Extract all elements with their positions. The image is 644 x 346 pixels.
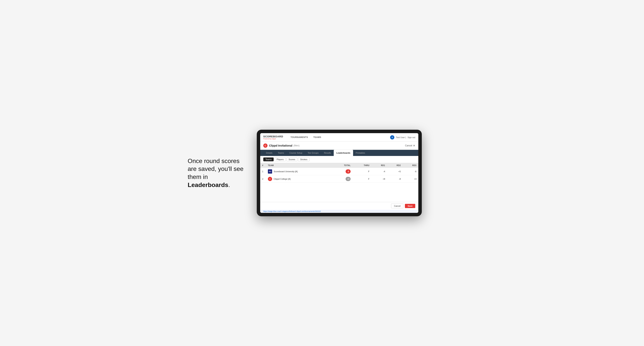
footer-cancel-button[interactable]: Cancel [391, 204, 403, 208]
modal-footer: Cancel Save [260, 202, 418, 210]
tab-printables[interactable]: Printables [353, 150, 368, 156]
team-name: Clippd College [A] [274, 178, 290, 180]
score-badge: -5 [346, 169, 350, 173]
user-name: Test User | [396, 136, 406, 139]
nav-right: S Test User | Sign out [390, 135, 415, 140]
team-cell: SU Scoreboard University [A] [266, 168, 332, 175]
logo-sub: Powered by clippd [263, 138, 283, 140]
sign-out-link[interactable]: Sign out [408, 136, 415, 139]
rd1-cell: +8 [371, 175, 387, 183]
tournament-title: Clippd Invitational [269, 144, 292, 147]
user-avatar: S [390, 135, 394, 140]
rd2-cell: +5 [387, 168, 403, 175]
team-name: Scoreboard University [A] [274, 170, 298, 173]
tab-teams[interactable]: Teams [275, 150, 287, 156]
table-row: 2 C Clippd College [A] +3 F +8 -8 [260, 175, 418, 183]
tab-tee-groups[interactable]: Tee Groups [305, 150, 321, 156]
nav-bar: SCOREBOARD Powered by clippd TOURNAMENTS… [260, 133, 418, 142]
table-empty-area [260, 183, 418, 202]
rd3-cell: +3 [402, 175, 418, 183]
filter-teams-button[interactable]: Teams [263, 158, 274, 161]
col-rd3: RD3 [402, 163, 418, 168]
nav-items: TOURNAMENTS TEAMS [288, 133, 390, 142]
footer-save-button[interactable]: Save [405, 204, 415, 208]
team-logo: C [268, 177, 272, 181]
url-bar: https://stage-blue-coach.stagescoReboard… [260, 210, 418, 213]
table-row: 1 SU Scoreboard University [A] -5 F -4 [260, 168, 418, 175]
rank-cell: 2 [260, 175, 266, 183]
col-rank: # [260, 163, 266, 168]
nav-item-tournaments[interactable]: TOURNAMENTS [288, 133, 311, 142]
table-header-row: # TEAM TOTAL THRU RD1 RD2 RD3 [260, 163, 418, 168]
tournament-subtitle: (Men) [294, 144, 299, 147]
col-total: TOTAL [332, 163, 352, 168]
filter-bar: Teams Players Scores Strokes [260, 156, 418, 163]
rd1-cell: -4 [371, 168, 387, 175]
logo-area: SCOREBOARD Powered by clippd [263, 135, 283, 140]
tab-details[interactable]: Details [263, 150, 275, 156]
tablet-device: SCOREBOARD Powered by clippd TOURNAMENTS… [257, 130, 422, 216]
col-rd2: RD2 [387, 163, 403, 168]
filter-strokes-button[interactable]: Strokes [298, 158, 309, 161]
close-icon[interactable]: ✕ [413, 144, 415, 147]
total-cell: +3 [332, 175, 352, 183]
tab-results[interactable]: Results [321, 150, 334, 156]
tournament-cancel-button[interactable]: Cancel ✕ [405, 144, 415, 147]
logo-text: SCOREBOARD [263, 135, 283, 138]
rank-cell: 1 [260, 168, 266, 175]
thru-cell: F [352, 168, 371, 175]
tablet-screen: SCOREBOARD Powered by clippd TOURNAMENTS… [260, 133, 418, 213]
url-text: https://stage-blue-coach.stagescoReboard… [263, 210, 321, 212]
team-cell: C Clippd College [A] [266, 175, 332, 183]
rd2-cell: -8 [387, 175, 403, 183]
nav-item-teams[interactable]: TEAMS [311, 133, 324, 142]
team-logo: SU [268, 169, 272, 173]
sidebar-description: Once round scores are saved, you'll see … [188, 157, 245, 189]
tab-leaderboards[interactable]: Leaderboards [334, 150, 353, 156]
sidebar-suffix: . [228, 181, 230, 188]
leaderboard-table: # TEAM TOTAL THRU RD1 RD2 RD3 1 [260, 163, 418, 183]
sidebar-line2-bold: Leaderboards [188, 181, 228, 188]
thru-cell: F [352, 175, 371, 183]
tournament-icon: C [263, 144, 268, 148]
rd3-cell: -6 [402, 168, 418, 175]
score-badge: +3 [346, 177, 350, 181]
filter-players-button[interactable]: Players [274, 158, 286, 161]
total-cell: -5 [332, 168, 352, 175]
filter-scores-button[interactable]: Scores [286, 158, 297, 161]
col-thru: THRU [352, 163, 371, 168]
col-rd1: RD1 [371, 163, 387, 168]
sidebar-line1: Once round scores are saved, you'll see … [188, 158, 244, 180]
tournament-header: C Clippd Invitational (Men) Cancel ✕ [260, 142, 418, 150]
tab-bar: Details Teams Course Setup Tee Groups Re… [260, 150, 418, 156]
tab-course-setup[interactable]: Course Setup [287, 150, 305, 156]
col-team: TEAM [266, 163, 332, 168]
